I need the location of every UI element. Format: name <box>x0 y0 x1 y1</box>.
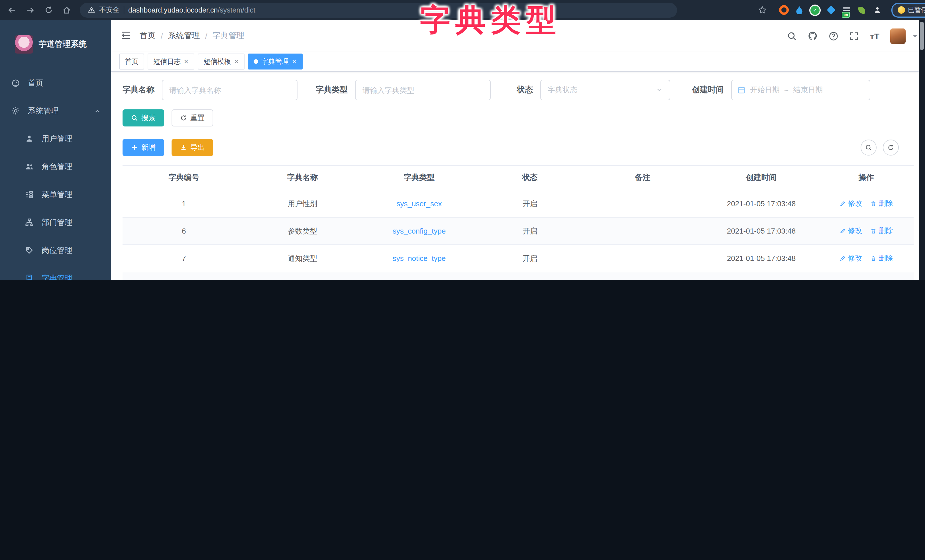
github-icon[interactable] <box>808 31 818 41</box>
edit-link[interactable]: 修改 <box>839 253 862 263</box>
help-icon[interactable] <box>829 31 839 41</box>
sidebar-toggle-icon[interactable] <box>120 30 133 42</box>
user-icon <box>25 134 34 143</box>
sidebar-header: 芋道管理系统 <box>0 20 111 69</box>
search-icon <box>865 144 872 151</box>
avatar-caret-icon[interactable] <box>912 33 918 39</box>
tab-sms-template[interactable]: 短信模板✕ <box>198 54 244 69</box>
extension-drop-icon[interactable] <box>794 5 804 15</box>
sidebar-item-system[interactable]: 系统管理 <box>0 97 111 125</box>
breadcrumb-home[interactable]: 首页 <box>140 31 155 41</box>
close-icon[interactable]: ✕ <box>234 58 239 65</box>
sidebar-item-dict[interactable]: 字典管理 <box>0 264 111 280</box>
screen: 不安全 dashboard.yudao.iocoder.cn/system/di… <box>0 0 925 280</box>
dict-type-link[interactable]: sys_user_sex <box>360 190 479 217</box>
gear-icon <box>11 107 20 115</box>
status-text: 开启 <box>479 245 582 272</box>
calendar-icon <box>738 86 746 94</box>
address-bar[interactable]: 不安全 dashboard.yudao.iocoder.cn/system/di… <box>80 3 677 17</box>
table-tools <box>860 140 899 155</box>
avatar[interactable] <box>890 28 905 44</box>
annotation-title: 字典类型 <box>420 0 561 41</box>
edit-icon <box>839 255 845 262</box>
table-search-button[interactable] <box>860 140 877 155</box>
status-text: 开启 <box>479 190 582 217</box>
app-logo <box>15 35 33 54</box>
extension-orange-icon[interactable] <box>779 5 789 15</box>
reload-icon[interactable] <box>41 3 56 17</box>
export-button[interactable]: 导出 <box>172 139 213 156</box>
chevron-down-icon <box>656 87 663 93</box>
tab-sms-log[interactable]: 短信日志✕ <box>148 54 194 69</box>
sidebar-item-posts[interactable]: 岗位管理 <box>0 236 111 264</box>
search-icon[interactable] <box>787 31 797 41</box>
breadcrumb-current: 字典管理 <box>212 31 244 41</box>
scrollbar-track[interactable] <box>919 20 925 280</box>
fullscreen-icon[interactable] <box>850 31 859 41</box>
extension-green-icon[interactable]: ✓ <box>809 4 821 16</box>
search-icon <box>131 114 138 121</box>
extension-gem-icon[interactable] <box>826 5 836 15</box>
create-time-label: 创建时间 <box>692 85 724 95</box>
forward-icon[interactable] <box>23 3 38 17</box>
active-dot <box>254 59 258 64</box>
security-label[interactable]: 不安全 <box>99 5 120 15</box>
delete-link[interactable]: 删除 <box>870 253 893 263</box>
extension-leaf-icon[interactable] <box>857 5 867 15</box>
breadcrumb-system[interactable]: 系统管理 <box>168 31 200 41</box>
home-icon[interactable] <box>59 3 74 17</box>
dict-name-input[interactable] <box>162 80 297 100</box>
reset-button[interactable]: 重置 <box>172 109 213 126</box>
url-text[interactable]: dashboard.yudao.iocoder.cn/system/dict <box>128 6 255 14</box>
extension-list-icon[interactable]: on <box>841 5 851 15</box>
start-date-placeholder[interactable]: 开始日期 <box>750 85 780 95</box>
add-button[interactable]: 新增 <box>122 139 164 156</box>
scrollbar-thumb[interactable] <box>920 22 924 50</box>
on-badge: on <box>842 12 850 17</box>
table-row: 1用户性别sys_user_sex开启2021-01-05 17:03:48修改… <box>122 190 914 217</box>
app-title: 芋道管理系统 <box>39 39 87 50</box>
status-text: 开启 <box>479 217 582 245</box>
edit-icon <box>839 228 845 234</box>
end-date-placeholder[interactable]: 结束日期 <box>793 85 823 95</box>
dict-type-input[interactable] <box>355 80 491 100</box>
bookmark-star-icon[interactable] <box>755 3 770 17</box>
emoji-face-icon <box>898 6 905 14</box>
sidebar-item-roles[interactable]: 角色管理 <box>0 153 111 181</box>
breadcrumb: 首页 / 系统管理 / 字典管理 <box>140 31 244 41</box>
trash-icon <box>870 200 876 207</box>
dict-type-link[interactable]: sys_config_type <box>360 217 479 245</box>
delete-link[interactable]: 删除 <box>870 199 893 209</box>
dictionary-icon <box>25 274 34 280</box>
table-header: 字典编号 字典名称 字典类型 状态 备注 创建时间 操作 <box>122 166 914 190</box>
date-range-picker[interactable]: 开始日期 ~ 结束日期 <box>731 80 870 100</box>
font-size-icon[interactable]: ᴛT <box>870 31 880 41</box>
sidebar-item-departments[interactable]: 部门管理 <box>0 209 111 236</box>
sidebar-item-home[interactable]: 首页 <box>0 69 111 97</box>
navbar-actions: ᴛT <box>787 28 918 44</box>
dict-type-link[interactable]: sys_notice_type <box>360 245 479 272</box>
close-icon[interactable]: ✕ <box>292 58 297 65</box>
edit-icon <box>839 200 845 207</box>
tabs-bar: 首页 短信日志✕ 短信模板✕ 字典管理✕ <box>111 52 925 72</box>
edit-link[interactable]: 修改 <box>839 226 862 236</box>
delete-link[interactable]: 删除 <box>870 226 893 236</box>
table-refresh-button[interactable] <box>883 140 899 155</box>
dict-type-link[interactable]: sys_notice_status <box>360 272 479 280</box>
table-row: 8通知状态sys_notice_status开启2021-01-05 17:03… <box>122 272 914 280</box>
menu-tree-icon <box>25 190 34 199</box>
edit-link[interactable]: 修改 <box>839 199 862 209</box>
back-icon[interactable] <box>5 3 20 17</box>
paused-extension-pill[interactable]: 已暂停 <box>891 3 925 17</box>
trash-icon <box>870 228 876 234</box>
extension-person-icon[interactable] <box>872 5 882 15</box>
sidebar-item-users[interactable]: 用户管理 <box>0 125 111 153</box>
status-select[interactable]: 字典状态 <box>540 80 670 100</box>
tab-home[interactable]: 首页 <box>119 54 144 69</box>
main-area: 首页 / 系统管理 / 字典管理 ᴛT 首页 <box>111 20 925 280</box>
search-button[interactable]: 搜索 <box>122 109 164 126</box>
tab-dict[interactable]: 字典管理✕ <box>248 54 302 69</box>
close-icon[interactable]: ✕ <box>184 58 189 65</box>
sidebar-item-menus[interactable]: 菜单管理 <box>0 181 111 209</box>
trash-icon <box>870 255 876 262</box>
